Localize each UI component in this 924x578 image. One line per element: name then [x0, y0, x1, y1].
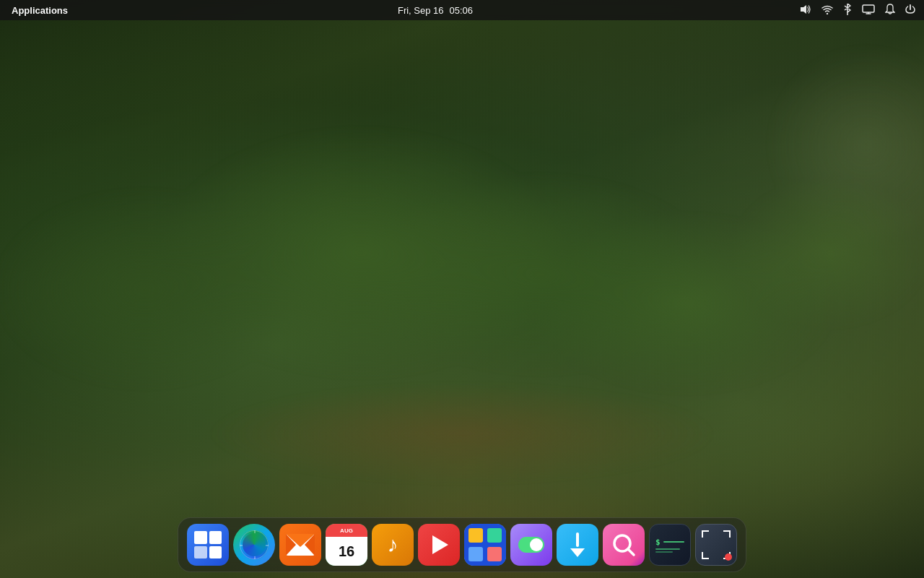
dock-item-discover[interactable]	[603, 524, 645, 566]
dock-item-multitask[interactable]	[187, 524, 229, 566]
panel-date: Fri, Sep 16	[398, 5, 444, 16]
svg-marker-0	[801, 5, 806, 14]
svg-line-11	[628, 549, 634, 555]
dock-item-mail[interactable]	[279, 524, 321, 566]
volume-icon[interactable]	[800, 4, 811, 17]
top-panel: Applications Fri, Sep 16 05:06	[0, 0, 924, 20]
dock-item-photos[interactable]	[464, 524, 506, 566]
calendar-day-number: 16	[326, 537, 367, 566]
dock-item-browser[interactable]	[233, 524, 275, 566]
dock-inner: AUG 16 ♪	[178, 517, 746, 572]
dock-item-terminal[interactable]: $	[649, 524, 691, 566]
wallpaper	[0, 0, 924, 578]
music-note-icon: ♪	[388, 532, 398, 557]
panel-left: Applications	[9, 4, 71, 17]
panel-system-icons	[800, 4, 915, 17]
wifi-icon[interactable]	[821, 4, 833, 17]
screenshot-frame-icon	[696, 525, 736, 565]
svg-rect-3	[863, 5, 874, 12]
dock-item-screenshot[interactable]	[695, 524, 737, 566]
video-play-icon	[432, 535, 448, 554]
discover-icon	[610, 531, 637, 558]
bluetooth-icon[interactable]	[843, 4, 852, 17]
dock: AUG 16 ♪	[0, 513, 924, 578]
calendar-month-header: AUG	[326, 524, 367, 537]
dock-item-downloader[interactable]	[557, 524, 598, 566]
desktop: Applications Fri, Sep 16 05:06	[0, 0, 924, 578]
svg-point-1	[827, 12, 828, 14]
power-icon[interactable]	[905, 4, 915, 17]
panel-clock: Fri, Sep 16 05:06	[398, 5, 473, 16]
dock-item-video[interactable]	[418, 524, 460, 566]
notification-icon[interactable]	[885, 4, 895, 17]
toggle-switch-icon	[518, 537, 544, 553]
dock-item-calendar[interactable]: AUG 16	[326, 524, 367, 566]
dock-item-toggle[interactable]	[510, 524, 552, 566]
display-icon[interactable]	[862, 4, 875, 17]
panel-time: 05:06	[450, 5, 474, 16]
downloader-arrow-icon	[570, 532, 585, 557]
dock-item-music[interactable]: ♪	[372, 524, 414, 566]
applications-menu-button[interactable]: Applications	[9, 4, 71, 17]
